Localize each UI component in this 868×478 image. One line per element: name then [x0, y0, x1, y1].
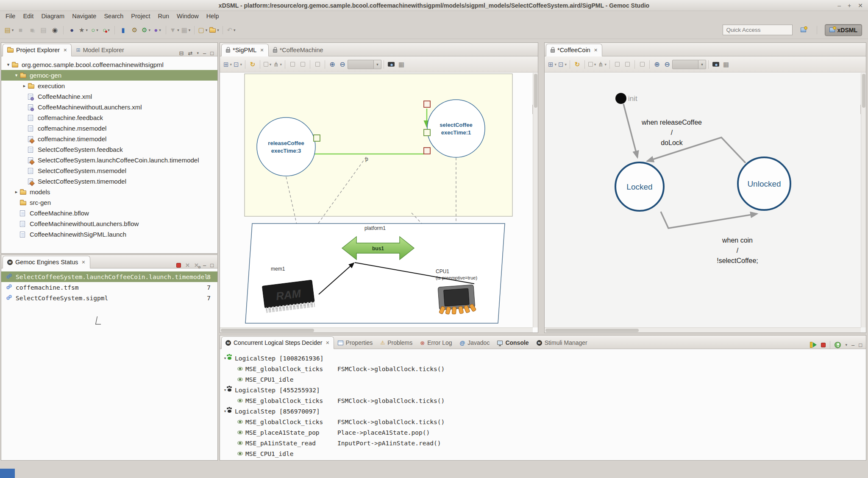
- tree-item[interactable]: coffemachine.feedback: [1, 112, 217, 123]
- tree-item[interactable]: CoffeeMachine.bflow: [1, 208, 217, 218]
- print-button[interactable]: ▤: [38, 25, 49, 36]
- engine-row[interactable]: coffemachine.tfsm7: [1, 282, 217, 293]
- horizontal-scrollbar[interactable]: [545, 327, 861, 333]
- actor-selectCoffee[interactable]: [427, 100, 485, 157]
- mse-row[interactable]: MSE_globalClock_ticksFSMClock->globalClo…: [220, 395, 866, 406]
- run-history-button[interactable]: ★: [78, 25, 89, 36]
- minimize-view-icon[interactable]: –: [203, 50, 206, 56]
- tree-item[interactable]: CoffeeMachinewithSigPML.launch: [1, 229, 217, 240]
- debug-attach-button[interactable]: ●: [67, 25, 77, 36]
- close-icon[interactable]: ✕: [594, 48, 598, 53]
- distribute-button[interactable]: ⋔: [273, 59, 282, 70]
- engine-row-selected[interactable]: SelectCoffeeSystem.launchCoffeeCoin.laun…: [1, 271, 217, 282]
- zoom-combo-arrow-icon[interactable]: ▾: [374, 60, 381, 69]
- tab-model-explorer[interactable]: ⊞ Model Explorer: [72, 44, 128, 56]
- horizontal-scrollbar[interactable]: [220, 327, 533, 333]
- mse-row[interactable]: MSE_CPU1_idle: [220, 448, 866, 459]
- tree-item[interactable]: ▸models: [1, 187, 217, 197]
- expander-icon[interactable]: ▾: [220, 355, 227, 361]
- import-button[interactable]: ▼: [169, 25, 180, 36]
- distribute-button[interactable]: ⋔: [598, 59, 607, 70]
- tab-console[interactable]: Console: [493, 336, 532, 349]
- close-icon[interactable]: ✕: [326, 340, 329, 346]
- expander-icon[interactable]: ▾: [220, 387, 227, 393]
- menu-edit[interactable]: Edit: [19, 12, 37, 20]
- coverage-button[interactable]: ▮: [118, 25, 128, 36]
- menu-diagram[interactable]: Diagram: [37, 12, 68, 20]
- vertical-scrollbar[interactable]: [533, 73, 538, 327]
- layout-button[interactable]: ⊞: [223, 59, 232, 70]
- menu-navigate[interactable]: Navigate: [68, 12, 100, 20]
- logical-step-row[interactable]: ▾LogicalStep [856970097]: [220, 406, 866, 417]
- zoom-in-button[interactable]: ⊕: [328, 59, 337, 70]
- tab-problems[interactable]: ⚠Problems: [376, 336, 416, 349]
- select-hidden-button[interactable]: [612, 59, 622, 70]
- tree-item[interactable]: CoffeeMachine.xml: [1, 91, 217, 102]
- filters-button[interactable]: ⊡: [558, 59, 567, 70]
- output-port[interactable]: [424, 101, 430, 107]
- tab-logical-steps-decider[interactable]: M Concurrent Logical Steps Decider ✕: [221, 336, 334, 349]
- paste-layout-button[interactable]: [637, 59, 647, 70]
- tree-item[interactable]: coffemachine.msemodel: [1, 123, 217, 134]
- open-folder-button[interactable]: [209, 25, 220, 36]
- refresh-button[interactable]: ↻: [573, 59, 582, 70]
- tree-item[interactable]: SelectCoffeeSystem.feedback: [1, 144, 217, 155]
- initial-state-dot[interactable]: [615, 93, 626, 104]
- tree-item[interactable]: coffemachine.timemodel: [1, 134, 217, 144]
- tree-item[interactable]: ▸execution: [1, 81, 217, 91]
- save-all-button[interactable]: ■: [27, 25, 37, 36]
- expander-icon[interactable]: ▾: [5, 62, 12, 67]
- tab-sigpml[interactable]: *SigPML ✕: [221, 44, 269, 56]
- expander-icon[interactable]: ▸: [13, 189, 20, 195]
- tree-item[interactable]: CoffeeMachinewithoutLaunchers.xml: [1, 102, 217, 112]
- collapse-all-icon[interactable]: ⊟: [179, 50, 184, 56]
- menu-project[interactable]: Project: [127, 12, 154, 20]
- copy-appearance-button[interactable]: [587, 59, 597, 70]
- zoom-out-button[interactable]: ⊖: [662, 59, 672, 70]
- decider-shield-icon[interactable]: [835, 342, 841, 348]
- logical-step-row[interactable]: ▾LogicalStep [455255932]: [220, 385, 866, 395]
- coffeecoin-canvas[interactable]: init when releaseCoffee / doLock Locked …: [545, 73, 866, 333]
- tab-properties[interactable]: Properties: [334, 336, 377, 349]
- initial-transition[interactable]: [623, 104, 637, 157]
- external-tools-button[interactable]: ⚙: [129, 25, 140, 36]
- layout-button[interactable]: ⊞: [548, 59, 557, 70]
- expander-icon[interactable]: ▸: [21, 83, 28, 89]
- copy-appearance-button[interactable]: [263, 59, 272, 70]
- zoom-combo-arrow-icon[interactable]: ▾: [698, 60, 706, 69]
- tree-item[interactable]: SelectCoffeeSystem.launchCoffeeCoin.laun…: [1, 155, 217, 165]
- xdsml-perspective-button[interactable]: xDSML: [825, 24, 862, 36]
- tab-gemoc-engines-status[interactable]: M Gemoc Engines Status ✕: [3, 256, 90, 268]
- tab-stimuli-manager[interactable]: MStimuli Manager: [533, 336, 591, 349]
- new-file-button[interactable]: ▢: [198, 25, 208, 36]
- pin-button[interactable]: [298, 59, 307, 70]
- refresh-button[interactable]: ↻: [248, 59, 257, 70]
- transition-locked-to-unlocked[interactable]: [661, 212, 757, 228]
- zoom-level-combo[interactable]: [672, 60, 698, 69]
- tab-error-log[interactable]: ⊗Error Log: [416, 336, 456, 349]
- menu-help[interactable]: Help: [203, 12, 223, 20]
- mse-row[interactable]: MSE_globalClock_ticksFSMClock->globalClo…: [220, 363, 866, 374]
- minimize-view-icon[interactable]: –: [203, 263, 206, 268]
- expander-icon[interactable]: ▾: [13, 73, 20, 78]
- tab-coffeemachine[interactable]: *CoffeeMachine: [269, 44, 328, 56]
- open-perspective-button[interactable]: [798, 25, 809, 36]
- save-button[interactable]: ■: [15, 25, 26, 36]
- export-image-button[interactable]: [711, 59, 721, 70]
- debug-button[interactable]: ○: [101, 25, 111, 36]
- actor-releaseCoffee[interactable]: [257, 117, 315, 176]
- logical-step-row[interactable]: ▾LogicalStep [1008261936]: [220, 353, 866, 363]
- input-port[interactable]: [424, 129, 430, 136]
- menu-window[interactable]: Window: [173, 12, 203, 20]
- sigpml-canvas[interactable]: platform1 bus1 mem1 RAM CPU1 (is preempt…: [220, 73, 538, 333]
- tab-coffeecoin[interactable]: *CoffeeCoin ✕: [546, 44, 602, 56]
- input-port[interactable]: [314, 135, 320, 141]
- model-edit-button[interactable]: ●: [152, 25, 163, 36]
- undo-button[interactable]: ↶: [226, 25, 236, 36]
- minimize-button[interactable]: –: [837, 0, 841, 11]
- close-icon[interactable]: ✕: [63, 48, 67, 53]
- close-icon[interactable]: ✕: [260, 48, 264, 53]
- view-menu-icon[interactable]: ▾: [845, 343, 847, 347]
- tree-item[interactable]: SelectCoffeeSystem.timemodel: [1, 176, 217, 187]
- output-port[interactable]: [424, 148, 430, 154]
